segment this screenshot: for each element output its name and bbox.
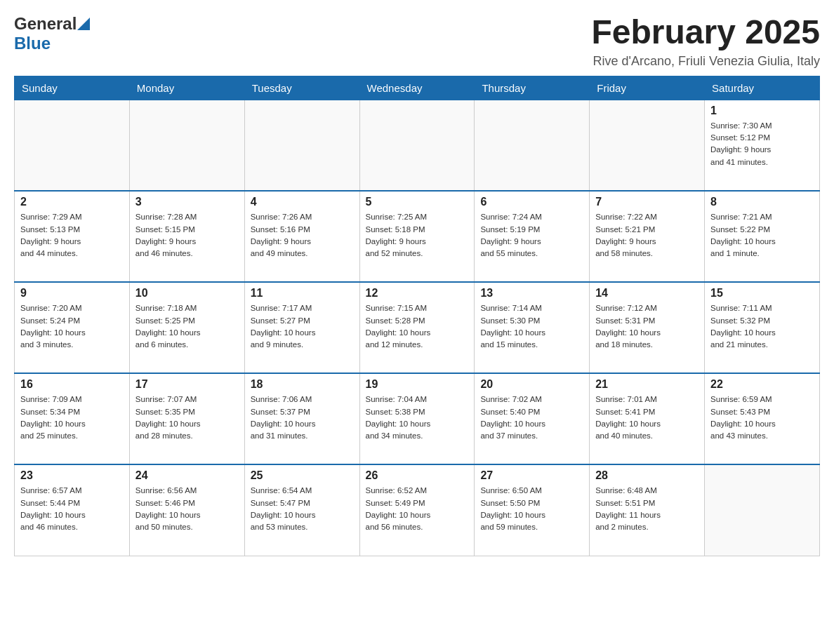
day-info: Sunrise: 7:12 AMSunset: 5:31 PMDaylight:… (595, 302, 699, 351)
day-info: Sunrise: 7:15 AMSunset: 5:28 PMDaylight:… (366, 302, 469, 351)
calendar-cell: 28Sunrise: 6:48 AMSunset: 5:51 PMDayligh… (590, 464, 705, 556)
calendar-cell: 23Sunrise: 6:57 AMSunset: 5:44 PMDayligh… (15, 464, 130, 556)
calendar-cell: 25Sunrise: 6:54 AMSunset: 5:47 PMDayligh… (244, 464, 359, 556)
calendar-cell: 17Sunrise: 7:07 AMSunset: 5:35 PMDayligh… (129, 373, 244, 464)
day-number: 23 (20, 469, 124, 482)
calendar-cell: 8Sunrise: 7:21 AMSunset: 5:22 PMDaylight… (705, 191, 820, 282)
day-info: Sunrise: 7:28 AMSunset: 5:15 PMDaylight:… (135, 211, 239, 260)
day-number: 18 (251, 378, 354, 391)
calendar-cell: 16Sunrise: 7:09 AMSunset: 5:34 PMDayligh… (15, 373, 130, 464)
calendar-cell: 13Sunrise: 7:14 AMSunset: 5:30 PMDayligh… (475, 282, 590, 373)
day-number: 22 (710, 378, 814, 391)
calendar-cell: 15Sunrise: 7:11 AMSunset: 5:32 PMDayligh… (705, 282, 820, 373)
page-header: General Blue February 2025 Rive d'Arcano… (14, 14, 820, 69)
day-info: Sunrise: 6:56 AMSunset: 5:46 PMDaylight:… (135, 485, 239, 533)
day-number: 17 (135, 378, 239, 391)
day-number: 25 (251, 469, 354, 482)
logo: General Blue (14, 14, 91, 53)
day-info: Sunrise: 7:20 AMSunset: 5:24 PMDaylight:… (20, 302, 124, 351)
calendar-week-row: 16Sunrise: 7:09 AMSunset: 5:34 PMDayligh… (15, 373, 820, 464)
calendar-cell: 7Sunrise: 7:22 AMSunset: 5:21 PMDaylight… (590, 191, 705, 282)
day-info: Sunrise: 7:09 AMSunset: 5:34 PMDaylight:… (20, 394, 124, 442)
day-number: 6 (480, 196, 583, 208)
calendar-cell: 6Sunrise: 7:24 AMSunset: 5:19 PMDaylight… (475, 191, 590, 282)
logo-blue-text: Blue (14, 34, 51, 53)
day-info: Sunrise: 7:14 AMSunset: 5:30 PMDaylight:… (480, 302, 583, 351)
day-number: 19 (366, 378, 469, 391)
day-number: 7 (595, 196, 699, 208)
day-info: Sunrise: 7:25 AMSunset: 5:18 PMDaylight:… (366, 211, 469, 260)
svg-marker-0 (77, 18, 90, 30)
day-number: 20 (480, 378, 583, 391)
day-number: 28 (595, 469, 699, 482)
day-number: 12 (366, 287, 469, 300)
calendar-cell (244, 100, 359, 191)
calendar-cell: 27Sunrise: 6:50 AMSunset: 5:50 PMDayligh… (475, 464, 590, 556)
day-number: 27 (480, 469, 583, 482)
day-number: 2 (20, 196, 124, 208)
day-info: Sunrise: 6:50 AMSunset: 5:50 PMDaylight:… (480, 485, 583, 533)
calendar-cell: 22Sunrise: 6:59 AMSunset: 5:43 PMDayligh… (705, 373, 820, 464)
logo-general-text: General (14, 14, 77, 34)
day-info: Sunrise: 7:21 AMSunset: 5:22 PMDaylight:… (710, 211, 814, 260)
day-number: 15 (710, 287, 814, 300)
weekday-header-tuesday: Tuesday (244, 76, 359, 100)
logo-triangle-icon (77, 18, 90, 30)
calendar-cell: 21Sunrise: 7:01 AMSunset: 5:41 PMDayligh… (590, 373, 705, 464)
calendar-table: SundayMondayTuesdayWednesdayThursdayFrid… (14, 76, 820, 556)
day-info: Sunrise: 7:06 AMSunset: 5:37 PMDaylight:… (251, 394, 354, 442)
calendar-cell: 11Sunrise: 7:17 AMSunset: 5:27 PMDayligh… (244, 282, 359, 373)
day-number: 5 (366, 196, 469, 208)
calendar-cell: 18Sunrise: 7:06 AMSunset: 5:37 PMDayligh… (244, 373, 359, 464)
calendar-cell: 20Sunrise: 7:02 AMSunset: 5:40 PMDayligh… (475, 373, 590, 464)
day-info: Sunrise: 6:59 AMSunset: 5:43 PMDaylight:… (710, 394, 814, 442)
day-info: Sunrise: 7:17 AMSunset: 5:27 PMDaylight:… (251, 302, 354, 351)
day-info: Sunrise: 6:57 AMSunset: 5:44 PMDaylight:… (20, 485, 124, 533)
day-number: 1 (710, 105, 814, 117)
calendar-week-row: 23Sunrise: 6:57 AMSunset: 5:44 PMDayligh… (15, 464, 820, 556)
day-info: Sunrise: 6:52 AMSunset: 5:49 PMDaylight:… (366, 485, 469, 533)
day-number: 8 (710, 196, 814, 208)
day-info: Sunrise: 7:11 AMSunset: 5:32 PMDaylight:… (710, 302, 814, 351)
day-info: Sunrise: 7:30 AMSunset: 5:12 PMDaylight:… (710, 120, 814, 168)
day-number: 14 (595, 287, 699, 300)
day-info: Sunrise: 7:26 AMSunset: 5:16 PMDaylight:… (251, 211, 354, 260)
title-block: February 2025 Rive d'Arcano, Friuli Vene… (591, 14, 820, 69)
weekday-header-saturday: Saturday (705, 76, 820, 100)
calendar-week-row: 2Sunrise: 7:29 AMSunset: 5:13 PMDaylight… (15, 191, 820, 282)
day-number: 13 (480, 287, 583, 300)
calendar-subtitle: Rive d'Arcano, Friuli Venezia Giulia, It… (591, 54, 820, 69)
day-number: 4 (251, 196, 354, 208)
day-number: 10 (135, 287, 239, 300)
day-info: Sunrise: 6:48 AMSunset: 5:51 PMDaylight:… (595, 485, 699, 533)
calendar-week-row: 9Sunrise: 7:20 AMSunset: 5:24 PMDaylight… (15, 282, 820, 373)
day-info: Sunrise: 7:01 AMSunset: 5:41 PMDaylight:… (595, 394, 699, 442)
calendar-cell: 2Sunrise: 7:29 AMSunset: 5:13 PMDaylight… (15, 191, 130, 282)
calendar-cell: 12Sunrise: 7:15 AMSunset: 5:28 PMDayligh… (359, 282, 475, 373)
calendar-cell: 1Sunrise: 7:30 AMSunset: 5:12 PMDaylight… (705, 100, 820, 191)
day-info: Sunrise: 7:24 AMSunset: 5:19 PMDaylight:… (480, 211, 583, 260)
calendar-cell (15, 100, 130, 191)
calendar-cell: 14Sunrise: 7:12 AMSunset: 5:31 PMDayligh… (590, 282, 705, 373)
weekday-header-monday: Monday (129, 76, 244, 100)
calendar-cell (359, 100, 475, 191)
day-info: Sunrise: 7:29 AMSunset: 5:13 PMDaylight:… (20, 211, 124, 260)
day-info: Sunrise: 7:04 AMSunset: 5:38 PMDaylight:… (366, 394, 469, 442)
calendar-cell (705, 464, 820, 556)
day-info: Sunrise: 7:22 AMSunset: 5:21 PMDaylight:… (595, 211, 699, 260)
day-info: Sunrise: 6:54 AMSunset: 5:47 PMDaylight:… (251, 485, 354, 533)
calendar-week-row: 1Sunrise: 7:30 AMSunset: 5:12 PMDaylight… (15, 100, 820, 191)
weekday-header-sunday: Sunday (15, 76, 130, 100)
calendar-cell: 26Sunrise: 6:52 AMSunset: 5:49 PMDayligh… (359, 464, 475, 556)
calendar-cell: 10Sunrise: 7:18 AMSunset: 5:25 PMDayligh… (129, 282, 244, 373)
calendar-cell: 5Sunrise: 7:25 AMSunset: 5:18 PMDaylight… (359, 191, 475, 282)
calendar-cell: 9Sunrise: 7:20 AMSunset: 5:24 PMDaylight… (15, 282, 130, 373)
day-number: 9 (20, 287, 124, 300)
day-number: 3 (135, 196, 239, 208)
calendar-cell (475, 100, 590, 191)
day-info: Sunrise: 7:07 AMSunset: 5:35 PMDaylight:… (135, 394, 239, 442)
calendar-cell (129, 100, 244, 191)
day-number: 24 (135, 469, 239, 482)
calendar-cell: 19Sunrise: 7:04 AMSunset: 5:38 PMDayligh… (359, 373, 475, 464)
calendar-cell: 4Sunrise: 7:26 AMSunset: 5:16 PMDaylight… (244, 191, 359, 282)
